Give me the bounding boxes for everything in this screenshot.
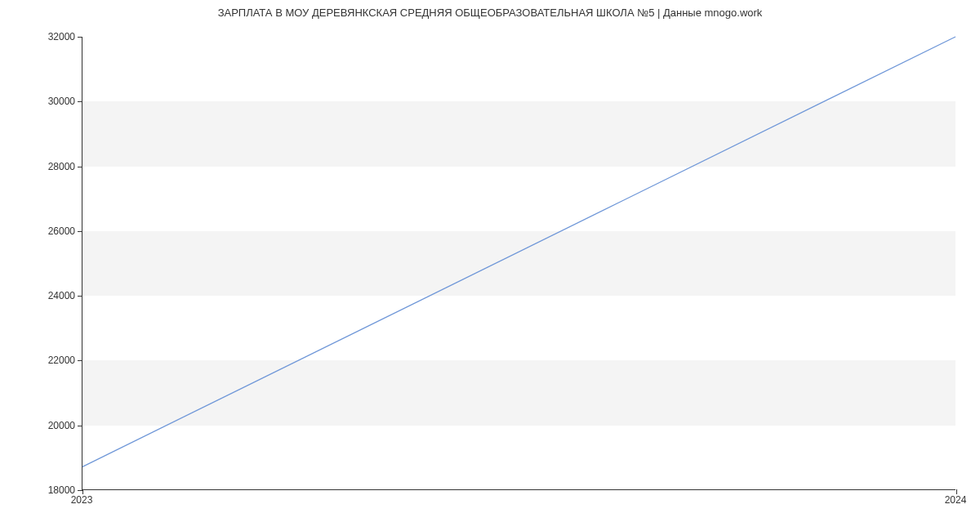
y-axis-label: 24000 <box>48 290 75 301</box>
plot-area <box>82 37 956 490</box>
y-axis-label: 22000 <box>48 355 75 366</box>
y-axis-label: 26000 <box>48 225 75 237</box>
chart-title: ЗАРПЛАТА В МОУ ДЕРЕВЯНКСКАЯ СРЕДНЯЯ ОБЩЕ… <box>0 7 980 19</box>
y-axis-label: 28000 <box>48 161 75 172</box>
y-axis-label: 32000 <box>48 31 75 42</box>
x-axis-label: 2024 <box>945 494 967 506</box>
y-axis-label: 30000 <box>48 96 75 107</box>
y-axis-label: 20000 <box>48 420 75 431</box>
x-axis-label: 2023 <box>71 494 93 506</box>
line-series <box>82 37 956 489</box>
